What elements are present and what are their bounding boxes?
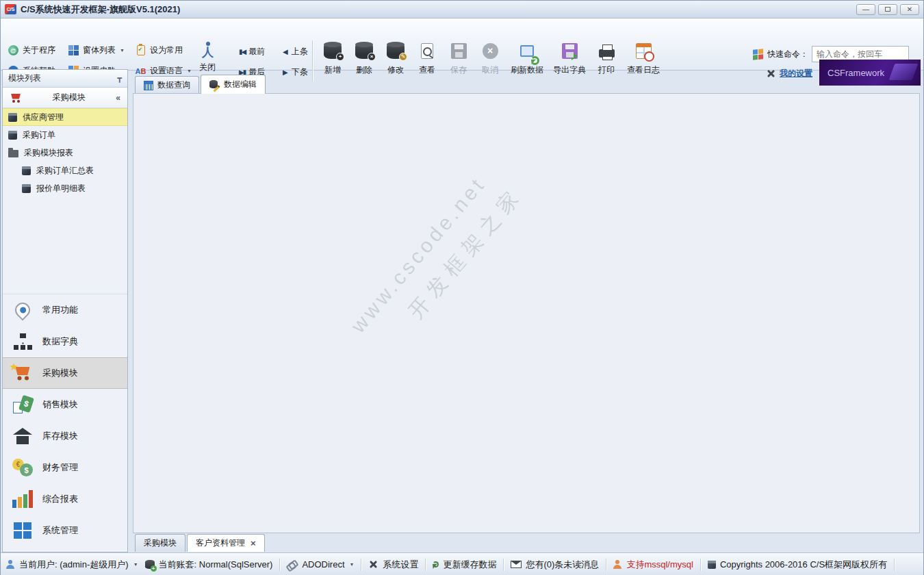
modify-button[interactable]: ✎ 修改 [380,39,411,77]
ado-direct-menu[interactable]: ADODirect ▼ [287,559,354,570]
refresh-cache-button[interactable]: 更新缓存数据 [433,559,496,571]
current-user-label: 当前用户: (admin-超级用户) [19,559,129,571]
nav-finance-module[interactable]: 财务管理 [3,452,127,483]
nav-system-module[interactable]: 系统管理 [3,515,127,546]
nav-first-label: 最前 [248,46,265,58]
tab-label: 数据编辑 [224,79,257,90]
close-tab-icon[interactable]: × [251,539,256,548]
data-edit-panel [133,93,920,533]
doc-tab-customer-data[interactable]: 客户资料管理 × [187,534,265,552]
set-common-button[interactable]: 设为常用 [135,44,183,56]
sidebar-item-quotation-detail[interactable]: 报价单明细表 [3,179,127,197]
view-log-label: 查看日志 [627,64,660,76]
database-edit-icon: ✎ [387,40,405,61]
set-common-label: 设为常用 [150,44,183,56]
language-icon: AB [135,65,146,77]
nav-prev-label: 上条 [292,46,308,58]
sidebar-item-supplier-mgmt[interactable]: 供应商管理 [3,108,127,126]
toolbar-separator [312,40,313,81]
my-settings-link[interactable]: 我的设置 [766,68,812,79]
sidebar-module-title: 采购模块 [27,92,110,103]
view-log-button[interactable]: 查看日志 [622,39,665,77]
mail-icon [511,561,522,568]
modify-label: 修改 [387,64,404,76]
main-tab-strip: 数据查询 数据编辑 [135,76,266,94]
sidebar-item-po-summary[interactable]: 采购订单汇总表 [3,162,127,179]
close-button[interactable]: ✕ [900,4,919,15]
view-button[interactable]: 查看 [411,39,443,77]
collapse-icon[interactable]: « [116,93,120,103]
form-list-button[interactable]: 窗体列表 ▼ [68,44,125,56]
close-form-button[interactable]: 关闭 [199,42,216,73]
sidebar-item-purchase-reports[interactable]: 采购模块报表 [3,144,127,162]
tools-icon [368,559,378,570]
export-dictionary-button[interactable]: 导出字典 [548,39,591,77]
windows-icon [11,519,34,542]
sidebar-nav: 常用功能 数据字典 ★ 采购模块 $ 销售模块 库存模块 财务管理 [3,294,127,546]
support-person-icon [613,560,622,569]
about-label: 关于程序 [23,44,55,56]
nav-common-functions[interactable]: 常用功能 [3,294,127,326]
form-list-label: 窗体列表 [83,44,116,56]
nav-sales-module[interactable]: $ 销售模块 [3,389,127,420]
sidebar-module-header[interactable]: 采购模块 « [3,88,127,108]
nav-first-button[interactable]: ▮◀ 最前 [239,46,265,58]
nav-data-dictionary[interactable]: 数据字典 [3,326,127,357]
nav-label: 数据字典 [42,335,78,348]
magnifier-doc-icon [421,40,433,61]
pin-person-icon [11,298,34,322]
add-button[interactable]: + 新增 [317,39,348,77]
database-edit-icon [209,79,220,90]
statusbar-separator [361,559,361,571]
cancel-label: 取消 [482,64,498,76]
calendar-clock-icon [636,40,652,61]
maximize-icon [885,7,890,12]
messages-button[interactable]: 您有(0)条未读消息 [511,559,599,571]
nav-label: 综合报表 [42,493,78,505]
refresh-data-button[interactable]: 刷新数据 [506,39,548,77]
folder-icon [8,150,18,157]
nav-next-label: 下条 [292,66,308,78]
current-account-label: 当前账套: Normal(SqlServer) [159,559,273,571]
nav-inventory-module[interactable]: 库存模块 [3,420,127,452]
db-support-indicator[interactable]: 支持mssql/mysql [613,559,693,571]
current-user-menu[interactable]: 当前用户: (admin-超级用户) ▼ [6,559,138,571]
toolbar: @ 关于程序 ? 系统帮助 窗体列表 ▼ 设置皮肤 ▼ 设为常用 AB 设置语言… [1,18,923,71]
set-language-button[interactable]: AB 设置语言 ▼ [135,65,192,77]
refresh-label: 刷新数据 [511,64,543,76]
nav-purchase-module[interactable]: ★ 采购模块 [3,357,127,389]
cancel-circle-icon: × [483,40,498,61]
delete-button[interactable]: × 删除 [348,39,380,77]
price-tag-icon: $ [11,393,34,416]
sidebar: 模块列表 ┳ 采购模块 « 供应商管理 采购订单 采购模块报表 采购订单汇总表 … [2,69,128,552]
pin-icon[interactable]: ┳ [117,74,122,83]
printer-icon [599,40,615,61]
app-window: C/S C/S系统快速开发框架-旗舰版V5.1(2021) — ✕ @ 关于程序… [0,0,924,575]
maximize-button[interactable] [878,4,897,15]
about-button[interactable]: @ 关于程序 [8,44,55,56]
cart-icon: ★ [11,361,34,385]
sidebar-item-label: 报价单明细表 [36,183,86,194]
system-settings-button[interactable]: 系统设置 [368,559,418,571]
tab-data-edit[interactable]: 数据编辑 [201,75,266,94]
prev-record-icon: ◀ [283,48,288,55]
first-record-icon: ▮◀ [239,48,245,55]
chevron-down-icon: ▼ [187,68,192,73]
nav-reports-module[interactable]: 综合报表 [3,483,127,515]
sidebar-item-label: 采购订单 [23,129,55,141]
window-title: C/S系统快速开发框架-旗舰版V5.1(2021) [21,3,180,16]
tab-data-query[interactable]: 数据查询 [135,76,199,94]
nav-prev-button[interactable]: ◀ 上条 [283,46,308,58]
database-add-icon: + [324,40,342,61]
document-tab-strip: 采购模块 客户资料管理 × [135,534,265,552]
minimize-button[interactable]: — [856,4,875,15]
sidebar-item-purchase-order[interactable]: 采购订单 [3,126,127,144]
current-account[interactable]: 当前账套: Normal(SqlServer) [145,559,273,571]
chain-link-icon [287,560,298,570]
export-label: 导出字典 [553,64,586,76]
nav-next-button[interactable]: ▶ 下条 [283,66,308,78]
coins-icon [11,456,34,479]
doc-tab-purchase-module[interactable]: 采购模块 [135,534,185,552]
print-button[interactable]: 打印 [591,39,622,77]
print-label: 打印 [598,64,615,76]
